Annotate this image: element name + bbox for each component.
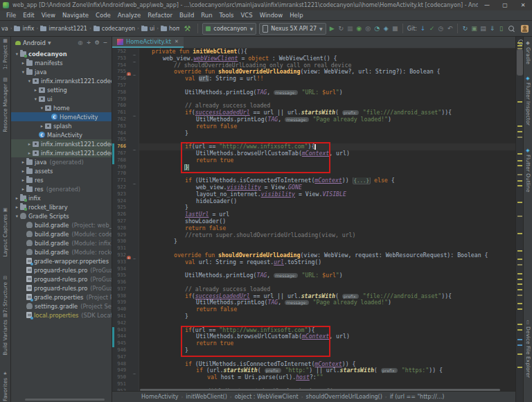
code-text[interactable] bbox=[139, 245, 516, 252]
warning-stripe-mark[interactable] bbox=[517, 324, 522, 325]
tree-item-infix-imrankst1221-codecanyon[interactable]: ▸infix.imrankst1221.codecanyon(androidTe… bbox=[11, 139, 112, 148]
tree-item-infix-imrankst1221-codecanyon[interactable]: ▾infix.imrankst1221.codecanyon bbox=[11, 76, 112, 85]
code-line-948[interactable]: 948−if (UtilMethods.isConnectedToInterne… bbox=[112, 361, 516, 368]
editor-breadcrumb-item[interactable]: shouldOverrideUrlLoading() bbox=[306, 394, 382, 400]
code-text[interactable]: private fun initWebClient(){ bbox=[139, 49, 516, 55]
tree-item-homeactivity[interactable]: CHomeActivity bbox=[11, 112, 112, 121]
line-number[interactable]: 936 bbox=[112, 279, 126, 286]
code-line-756[interactable]: 756val url: String = url!! bbox=[112, 76, 516, 82]
code-line-938[interactable]: 938−if(successLoadedUrl == url || url.st… bbox=[112, 293, 516, 300]
stop-icon[interactable]: ■ bbox=[391, 25, 400, 32]
line-number[interactable]: 933 bbox=[112, 259, 126, 266]
gutter[interactable]: 766− bbox=[112, 143, 139, 150]
gutter[interactable]: 939 bbox=[112, 299, 139, 306]
run-icon[interactable]: ▶ bbox=[328, 25, 337, 32]
editor-breadcrumb-item[interactable]: initWebClient() bbox=[186, 394, 227, 400]
code-line-761[interactable]: 761−if(successLoadedUrl == url || url.st… bbox=[112, 110, 516, 116]
warning-stripe-mark[interactable] bbox=[517, 131, 522, 132]
gutter[interactable]: 951 bbox=[112, 381, 139, 388]
line-number[interactable]: 756 bbox=[112, 76, 126, 82]
code-line-935[interactable]: 935UtilMethods.printLog(TAG, message: "U… bbox=[112, 272, 516, 279]
code-text[interactable]: showLoader() bbox=[139, 218, 516, 225]
menu-refactor[interactable]: Refactor bbox=[144, 12, 176, 19]
warning-stripe-mark[interactable] bbox=[517, 233, 522, 234]
code-text[interactable]: // already success loaded bbox=[139, 103, 516, 110]
code-text[interactable]: return false bbox=[139, 306, 516, 313]
warning-stripe-mark[interactable] bbox=[517, 329, 522, 331]
code-line-769[interactable]: 769} bbox=[112, 164, 516, 171]
gutter[interactable]: 922 bbox=[112, 184, 139, 191]
update-project-icon[interactable]: ↓ bbox=[418, 25, 427, 32]
menu-vcs[interactable]: VCS bbox=[238, 12, 256, 19]
breadcrumb-va[interactable]: va› bbox=[1, 26, 14, 32]
gradle-sync-icon[interactable]: ↻ bbox=[461, 25, 470, 32]
menu-analyze[interactable]: Analyze bbox=[114, 12, 145, 19]
gutter[interactable]: 927 bbox=[112, 218, 139, 225]
warning-stripe-mark[interactable] bbox=[517, 180, 522, 182]
line-number[interactable]: 922 bbox=[112, 184, 126, 191]
code-text[interactable]: if (url.startsWith( prefix: "http:") || … bbox=[139, 367, 516, 374]
editor-breadcrumb-item[interactable]: HomeActivity bbox=[141, 394, 179, 400]
code-line-928[interactable]: 928return false bbox=[112, 225, 516, 232]
warning-stripe-mark[interactable] bbox=[517, 339, 522, 340]
code-text[interactable]: } bbox=[139, 164, 516, 171]
code-text[interactable]: } bbox=[139, 347, 516, 354]
warning-stripe-mark[interactable] bbox=[517, 45, 522, 46]
override-method-icon[interactable]: ↑ bbox=[126, 252, 132, 259]
line-number[interactable]: 929 bbox=[112, 232, 126, 239]
warning-stripe-mark[interactable] bbox=[517, 125, 522, 127]
line-number[interactable]: 945 bbox=[112, 340, 126, 347]
warning-stripe-mark[interactable] bbox=[517, 303, 522, 304]
code-text[interactable]: if(url == "http://www.infixsoft.com"){ bbox=[139, 327, 516, 334]
line-number[interactable]: 951 bbox=[112, 381, 126, 388]
code-line-754[interactable]: 754// shouldOverrideUrlLoading only call… bbox=[112, 62, 516, 69]
tree-item-build-gradle[interactable]: build.gradle(Module: codecanyon) bbox=[11, 229, 112, 238]
line-number[interactable]: 752 bbox=[112, 49, 126, 55]
tool-window-button-layout-captures[interactable]: ▣Layout Captures bbox=[0, 207, 10, 257]
code-text[interactable]: return true bbox=[139, 340, 516, 347]
warning-stripe-mark[interactable] bbox=[517, 165, 522, 166]
line-number[interactable]: 942 bbox=[112, 320, 126, 327]
code-text[interactable]: web_view.webViewClient = object : WebVie… bbox=[139, 55, 516, 62]
code-text[interactable]: override fun shouldOverrideUrlLoading(vi… bbox=[139, 252, 516, 259]
code-line-942[interactable]: 942 bbox=[112, 320, 516, 327]
warning-stripe-mark[interactable] bbox=[517, 264, 522, 265]
maximize-button[interactable]: ▢ bbox=[496, 0, 514, 10]
warning-stripe-mark[interactable] bbox=[517, 308, 522, 310]
code-text[interactable]: if (UtilMethods.isConnectedToInternet(mC… bbox=[139, 177, 516, 184]
project-view-selector[interactable]: Android bbox=[23, 40, 46, 46]
line-number[interactable]: 754 bbox=[112, 62, 126, 69]
code-line-927[interactable]: 927showLoader() bbox=[112, 218, 516, 225]
tree-closed-arrow[interactable]: ▸ bbox=[26, 141, 33, 147]
code-text[interactable] bbox=[139, 381, 516, 388]
warning-stripe-mark[interactable] bbox=[517, 137, 522, 138]
code-area[interactable]: 752−private fun initWebClient(){753−web_… bbox=[112, 49, 516, 388]
project-horizontal-scrollbar[interactable] bbox=[25, 399, 105, 401]
line-number[interactable]: 943 bbox=[112, 327, 126, 334]
tree-item-build-gradle[interactable]: build.gradle(Module: infix) bbox=[11, 238, 112, 247]
tree-item-proguard-rules-pro[interactable]: proguard-rules.pro(ProGuard Rules f bbox=[11, 274, 112, 283]
menu-file[interactable]: File bbox=[3, 12, 19, 19]
gutter[interactable]: 771− bbox=[112, 177, 139, 184]
tool-window-button-device-file-explorer[interactable]: ▯Device File Explorer bbox=[524, 320, 532, 378]
run-configuration-select[interactable]: codecanyon ▼ bbox=[202, 23, 256, 35]
gutter[interactable]: 929 bbox=[112, 232, 139, 239]
line-number[interactable]: 758 bbox=[112, 89, 126, 96]
tree-item-local-properties[interactable]: local.properties(SDK Location) bbox=[11, 311, 112, 320]
line-number[interactable]: 759 bbox=[112, 96, 126, 103]
gutter[interactable]: 770 bbox=[112, 171, 139, 177]
editor-vertical-scrollbar[interactable] bbox=[517, 49, 523, 76]
code-text[interactable]: val host = Uri.parse(url).host?:"" bbox=[139, 374, 516, 381]
code-line-946[interactable]: 946} bbox=[112, 347, 516, 354]
gutter[interactable]: 938− bbox=[112, 293, 139, 300]
collapse-all-icon[interactable]: ÷ bbox=[85, 40, 93, 46]
gutter[interactable]: 924 bbox=[112, 198, 139, 205]
warning-stripe-mark[interactable] bbox=[517, 250, 522, 252]
tool-window-button-flutter-inspector[interactable]: ◈Flutter Inspector bbox=[524, 76, 532, 125]
menu-tools[interactable]: Tools bbox=[216, 12, 238, 19]
gutter[interactable]: 950 bbox=[112, 374, 139, 381]
line-number[interactable]: 765 bbox=[112, 137, 126, 143]
tree-item-settings-gradle[interactable]: settings.gradle(Project Settings) bbox=[11, 302, 112, 311]
tree-item-manifests[interactable]: ▸manifests bbox=[11, 58, 112, 67]
tree-closed-arrow[interactable]: ▸ bbox=[14, 195, 20, 201]
